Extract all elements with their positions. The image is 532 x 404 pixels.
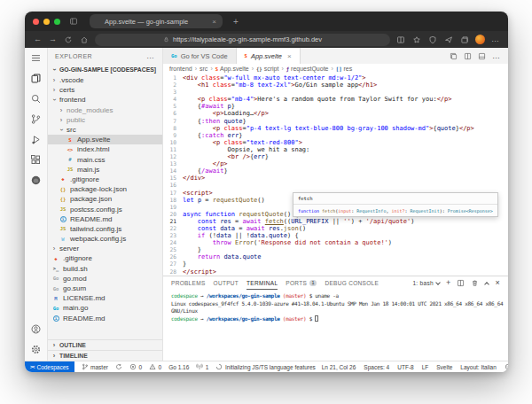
status-item-utf-8[interactable]: UTF-8	[397, 364, 413, 370]
codespaces-remote-badge[interactable]: ><Codespaces	[25, 361, 74, 373]
code-line[interactable]: 27}	[163, 260, 508, 268]
tree-item-server[interactable]: ›server	[48, 244, 162, 253]
code-line[interactable]: 11 Oopsie, we hit a snag:	[163, 146, 508, 153]
code-line[interactable]: 26 return data.quote	[163, 253, 508, 260]
code-line[interactable]: 2 <h1 class="mb-8 text-2xl">Go/Gin sampl…	[163, 82, 508, 89]
breadcrumb-item-requestquote[interactable]: ƒrequestQuote	[286, 66, 329, 72]
open-changes-icon[interactable]	[450, 52, 458, 60]
code-line[interactable]: 25 }	[163, 246, 508, 253]
zoom-window-button[interactable]	[54, 19, 60, 25]
tree-item--vscode[interactable]: ›.vscode	[48, 75, 162, 85]
code-line[interactable]: 15</div>	[163, 175, 508, 182]
code-line[interactable]: 28</script>	[163, 268, 508, 276]
editor-tab-app-svelte[interactable]: SApp.svelte×	[237, 48, 301, 64]
send-icon[interactable]	[444, 35, 453, 44]
tree-item-main-css[interactable]: #main.css	[48, 155, 162, 165]
status-item-sync-icon[interactable]	[115, 363, 122, 370]
tree-item-index-html[interactable]: <>index.html	[48, 144, 162, 154]
tree-item-license-md[interactable]: MLICENSE.md	[48, 293, 162, 303]
tree-item-go-sum[interactable]: Gogo.sum	[48, 284, 162, 293]
status-item-branch-icon[interactable]: master	[82, 363, 108, 370]
code-line[interactable]: 6 <p>Loading…</p>	[163, 110, 508, 117]
reload-icon[interactable]	[64, 35, 73, 44]
tree-item-frontend[interactable]: ›frontend	[48, 95, 162, 105]
workspace-section-header[interactable]: › GO-GIN-SAMPLE [CODESPACES]	[48, 64, 162, 75]
tree-item-main-go[interactable]: Gomain.go	[48, 303, 162, 313]
home-icon[interactable]	[80, 35, 89, 44]
layout-icon[interactable]	[478, 52, 486, 60]
status-item-svelte[interactable]: Svelte	[436, 364, 452, 370]
code-line[interactable]: 8 <p class="p-4 text-lg text-blue-800 bg…	[163, 125, 508, 132]
split-screen-icon[interactable]	[396, 35, 405, 44]
code-line[interactable]: 12 <br />{err}	[163, 153, 508, 160]
code-line[interactable]: 9 {:catch err}	[163, 132, 508, 139]
terminal-output[interactable]: codespace → /workspaces/go-gin-sample (m…	[163, 290, 508, 361]
tree-item-package-lock-json[interactable]: {}package-lock.json	[48, 184, 162, 194]
shell-selector[interactable]: 1: bash	[412, 280, 439, 286]
timeline-section[interactable]: › TIMELINE	[48, 350, 162, 361]
breadcrumb-item-app-svelte[interactable]: SApp.svelte	[215, 66, 249, 72]
tree-item-app-svelte[interactable]: SApp.svelte	[48, 135, 162, 144]
status-item-go-1-16[interactable]: Go 1.16	[168, 364, 189, 370]
browser-sidebar-icon[interactable]	[69, 17, 78, 26]
code-line[interactable]: 14 {/await}	[163, 167, 508, 175]
explorer-more-icon[interactable]: …	[146, 51, 155, 60]
shield-icon[interactable]	[428, 35, 437, 44]
tree-item-build-sh[interactable]: >_build.sh	[48, 264, 162, 274]
activity-settings-gear-icon[interactable]	[30, 344, 42, 355]
split-editor-icon[interactable]	[464, 52, 472, 60]
activity-search-icon[interactable]	[30, 93, 42, 105]
tree-item-postcss-config-js[interactable]: JSpostcss.config.js	[48, 204, 162, 214]
code-line[interactable]: 23 if (!data || !data.quote) {	[163, 232, 508, 239]
panel-tab-output[interactable]: OUTPUT	[214, 276, 239, 290]
activity-run-debug-icon[interactable]	[30, 134, 42, 145]
panel-tab-debug-console[interactable]: DEBUG CONSOLE	[325, 276, 379, 290]
editor-tab-go-for-vs-code[interactable]: GoGo for VS Code	[163, 48, 237, 64]
activity-extensions-icon[interactable]	[30, 154, 42, 166]
tab-close-icon[interactable]: ×	[212, 18, 216, 26]
collections-icon[interactable]	[460, 35, 469, 44]
close-panel-icon[interactable]: ×	[495, 279, 500, 287]
activity-files-icon[interactable]	[30, 73, 42, 84]
status-item-error-icon[interactable]: 0	[129, 363, 142, 370]
new-tab-button[interactable]: +	[233, 17, 239, 27]
code-editor[interactable]: fetch function fetch(input: RequestInfo,…	[163, 74, 508, 276]
status-item-spaces-4[interactable]: Spaces: 4	[364, 364, 389, 370]
code-line[interactable]: 5 {#await p}	[163, 103, 508, 110]
code-line[interactable]: 1<div class="w-full mx-auto text-center …	[163, 74, 508, 82]
tree-item--gitignore[interactable]: ◆.gitignore	[48, 253, 162, 263]
tree-item-node-modules[interactable]: ›node_modules	[48, 105, 162, 115]
code-line[interactable]: 4 <p class="mb-4">Here's a random quote …	[163, 96, 508, 103]
close-window-button[interactable]	[33, 19, 39, 25]
tree-item-src[interactable]: ›src	[48, 125, 162, 135]
breadcrumb-item-frontend[interactable]: frontend	[169, 66, 192, 72]
code-line[interactable]: 21 const res = await fetch((URL_PREFIX |…	[163, 218, 508, 225]
breadcrumb-item-script[interactable]: {}script	[256, 66, 278, 72]
profile-avatar[interactable]	[475, 35, 485, 44]
status-item-spinner-icon[interactable]: Initializing JS/TS language features	[215, 363, 315, 370]
close-icon[interactable]: ×	[287, 52, 292, 60]
panel-tab-ports[interactable]: PORTS1	[286, 276, 317, 290]
code-line[interactable]: 10 <p class="text-red-800">	[163, 139, 508, 146]
back-icon[interactable]: ←	[34, 35, 42, 43]
tree-item--gitignore[interactable]: ◆.gitignore	[48, 175, 162, 184]
activity-menu-icon[interactable]	[30, 52, 42, 64]
code-line[interactable]: 13 </p>	[163, 160, 508, 167]
minimize-window-button[interactable]	[43, 19, 50, 25]
breadcrumb-item-src[interactable]: src	[200, 66, 207, 72]
tree-item-webpack-config-js[interactable]: Wwebpack.config.js	[48, 234, 162, 244]
forward-icon[interactable]: →	[49, 35, 57, 43]
status-item-ln-21-col-26[interactable]: Ln 21, Col 26	[322, 364, 356, 370]
status-item-warning-icon[interactable]: 0	[149, 363, 161, 370]
favorites-icon[interactable]	[412, 35, 421, 44]
code-line[interactable]: 7 {:then quote}	[163, 118, 508, 125]
breadcrumb-item-res[interactable]: []res	[336, 66, 352, 72]
activity-source-control-icon[interactable]	[30, 113, 42, 125]
maximize-panel-icon[interactable]	[485, 282, 490, 287]
outline-section[interactable]: › OUTLINE	[48, 339, 162, 350]
tree-item-go-mod[interactable]: Gogo.mod	[48, 274, 162, 284]
tree-item-readme-md[interactable]: iREADME.md	[48, 314, 162, 323]
address-bar[interactable]: https://italypaleale-go-gin-sample-mmf3.…	[95, 34, 390, 46]
code-line[interactable]: 22 const data = await res.json()	[163, 225, 508, 232]
new-terminal-icon[interactable]: +	[446, 279, 451, 287]
